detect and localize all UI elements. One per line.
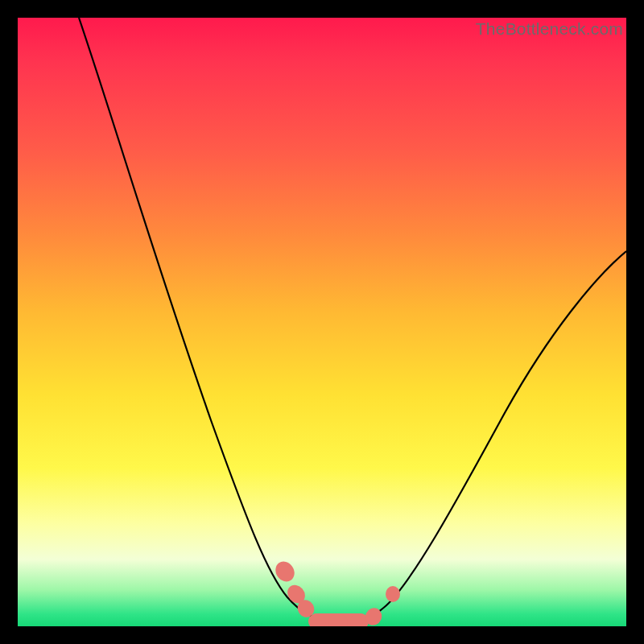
marker-group: [272, 558, 400, 626]
marker-dot: [386, 586, 400, 602]
curve-path: [79, 18, 626, 621]
bottleneck-curve: [18, 18, 626, 626]
plot-area: [18, 18, 626, 626]
watermark-text: TheBottleneck.com: [476, 19, 623, 39]
chart-frame: TheBottleneck.com: [0, 0, 644, 644]
